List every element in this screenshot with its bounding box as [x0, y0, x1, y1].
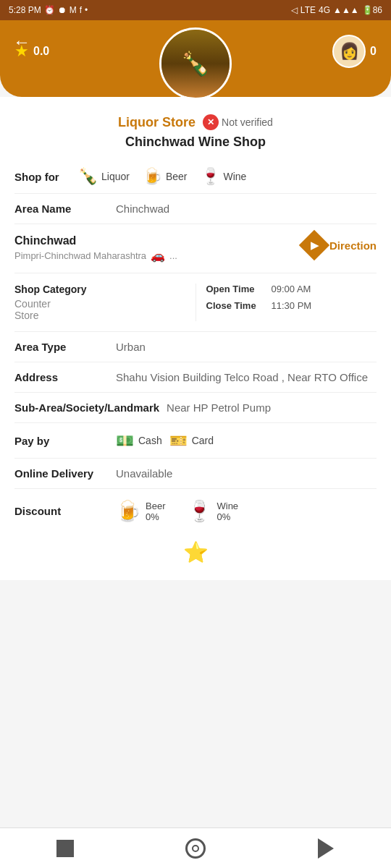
beer-icon: 🍺: [143, 167, 162, 186]
discount-label: Discount: [14, 505, 109, 517]
subarea-label: Sub-Area/Society/Landmark: [14, 401, 159, 414]
category-times-row: Shop Category Counter Store Open Time 09…: [14, 273, 377, 332]
area-type-label: Area Type: [14, 341, 109, 353]
shop-category-col: Shop Category Counter Store: [14, 284, 196, 321]
discount-wine: 🍷 Wine 0%: [187, 499, 238, 523]
verification-text: Not verified: [222, 116, 273, 128]
battery-icon: 🔋86: [362, 5, 382, 15]
address-label: Address: [14, 371, 109, 383]
store-avatar: 🍾: [159, 27, 232, 100]
bottom-star: ⭐: [14, 533, 377, 569]
cart-count: 0: [370, 45, 377, 58]
record-icon: ⏺: [58, 5, 67, 15]
back-button[interactable]: ←: [13, 32, 30, 52]
shop-item-beer: 🍺 Beer: [143, 167, 188, 186]
shop-for-label: Shop for: [14, 171, 65, 183]
pay-cash: 💵 Cash: [116, 432, 162, 449]
area-type-value: Urban: [116, 341, 146, 353]
status-left: 5:28 PM ⏰ ⏺ M f •: [9, 5, 88, 15]
discount-wine-icon: 🍷: [187, 499, 212, 523]
location-sub: Pimpri-Chinchwad Maharashtra 🚗 ...: [14, 249, 303, 263]
discount-wine-text: Wine 0%: [216, 501, 238, 522]
liquor-label: Liquor: [101, 171, 130, 182]
area-name-row: Area Name Chinchwad: [14, 194, 377, 224]
shop-category-value1: Counter: [14, 298, 185, 310]
store-name: Chinchwad Wine Shop: [14, 135, 377, 150]
alarm-icon: ⏰: [44, 5, 55, 15]
cash-icon: 💵: [116, 432, 134, 449]
shop-item-wine: 🍷 Wine: [201, 167, 247, 186]
open-time-row: Open Time 09:00 AM: [206, 284, 377, 294]
beer-label: Beer: [166, 171, 188, 182]
nav-home-button[interactable]: [184, 837, 207, 860]
address-value: Shahu Vision Building Telco Road , Near …: [116, 371, 368, 383]
open-time-value: 09:00 AM: [272, 284, 311, 294]
location-text: Chinchwad Pimpri-Chinchwad Maharashtra 🚗…: [14, 234, 303, 263]
header: ★ 0.0 🍾 👩 0 ←: [0, 20, 391, 97]
card-label: Card: [192, 435, 214, 446]
cash-label: Cash: [138, 435, 162, 446]
address-row: Address Shahu Vision Building Telco Road…: [14, 362, 377, 393]
direction-label: Direction: [329, 239, 377, 252]
wine-icon: 🍷: [201, 167, 220, 186]
card-icon: 🎫: [169, 432, 188, 449]
area-type-row: Area Type Urban: [14, 332, 377, 362]
gmail-icon: M: [70, 5, 77, 15]
payby-row: Pay by 💵 Cash 🎫 Card: [14, 423, 377, 459]
discount-beer-icon: 🍺: [116, 499, 141, 523]
close-time-value: 11:30 PM: [272, 300, 312, 311]
nav-back-button[interactable]: [314, 837, 337, 860]
online-delivery-label: Online Delivery: [14, 467, 109, 480]
online-delivery-value: Unavailable: [116, 467, 172, 480]
network-icon: 4G: [319, 5, 330, 15]
shop-category-value2: Store: [14, 310, 185, 321]
status-right: ◁ LTE 4G ▲▲▲ 🔋86: [291, 5, 382, 15]
subarea-value: Near HP Petrol Pump: [167, 401, 271, 414]
user-avatar: 👩: [332, 35, 366, 68]
open-time-label: Open Time: [206, 284, 272, 294]
dot-icon: •: [85, 5, 88, 15]
not-verified-icon: ✕: [203, 114, 219, 130]
bottom-nav: [0, 827, 391, 868]
nav-square-button[interactable]: [54, 837, 77, 860]
pay-card: 🎫 Card: [169, 432, 214, 449]
discount-beer-text: Beer 0%: [146, 501, 165, 522]
location-icon: ◁: [291, 5, 298, 15]
shop-for-row: Shop for 🍾 Liquor 🍺 Beer 🍷 Wine: [14, 160, 377, 194]
signal-icon: LTE: [300, 5, 316, 15]
payby-label: Pay by: [14, 435, 109, 447]
verification-status: ✕ Not verified: [203, 114, 273, 130]
location-city: Chinchwad: [14, 234, 303, 247]
online-delivery-row: Online Delivery Unavailable: [14, 459, 377, 489]
close-time-row: Close Time 11:30 PM: [206, 300, 377, 311]
rating-value: 0.0: [33, 45, 49, 58]
area-name-value: Chinchwad: [116, 203, 169, 215]
discount-beer: 🍺 Beer 0%: [116, 499, 165, 523]
car-icon: 🚗: [151, 249, 165, 263]
times-col: Open Time 09:00 AM Close Time 11:30 PM: [196, 284, 377, 321]
store-type-row: Liquor Store ✕ Not verified: [14, 114, 377, 130]
nav-circle-icon: [185, 838, 206, 859]
wine-label: Wine: [224, 171, 247, 182]
location-detail: Pimpri-Chinchwad Maharashtra: [14, 250, 146, 261]
shop-category-label: Shop Category: [14, 284, 185, 295]
shop-item-liquor: 🍾 Liquor: [78, 167, 130, 186]
time-display: 5:28 PM: [9, 5, 41, 15]
status-bar: 5:28 PM ⏰ ⏺ M f • ◁ LTE 4G ▲▲▲ 🔋86: [0, 0, 391, 20]
direction-diamond-icon: ▶: [299, 230, 329, 260]
nav-circle-inner-icon: [192, 845, 199, 852]
location-top: Chinchwad Pimpri-Chinchwad Maharashtra 🚗…: [14, 234, 377, 263]
subarea-row: Sub-Area/Society/Landmark Near HP Petrol…: [14, 393, 377, 423]
bottom-star-icon: ⭐: [183, 541, 209, 563]
location-card: Chinchwad Pimpri-Chinchwad Maharashtra 🚗…: [14, 224, 377, 273]
area-name-label: Area Name: [14, 203, 109, 215]
direction-button[interactable]: ▶ Direction: [303, 234, 377, 256]
facebook-icon: f: [80, 5, 82, 15]
store-avatar-image: 🍾: [161, 30, 230, 98]
liquor-icon: 🍾: [78, 167, 98, 186]
header-right-info: 👩 0: [332, 35, 377, 68]
content-area: Liquor Store ✕ Not verified Chinchwad Wi…: [0, 97, 391, 580]
discount-row: Discount 🍺 Beer 0% 🍷 Wine 0%: [14, 489, 377, 533]
store-type-label: Liquor Store: [118, 115, 196, 130]
close-time-label: Close Time: [206, 300, 272, 311]
